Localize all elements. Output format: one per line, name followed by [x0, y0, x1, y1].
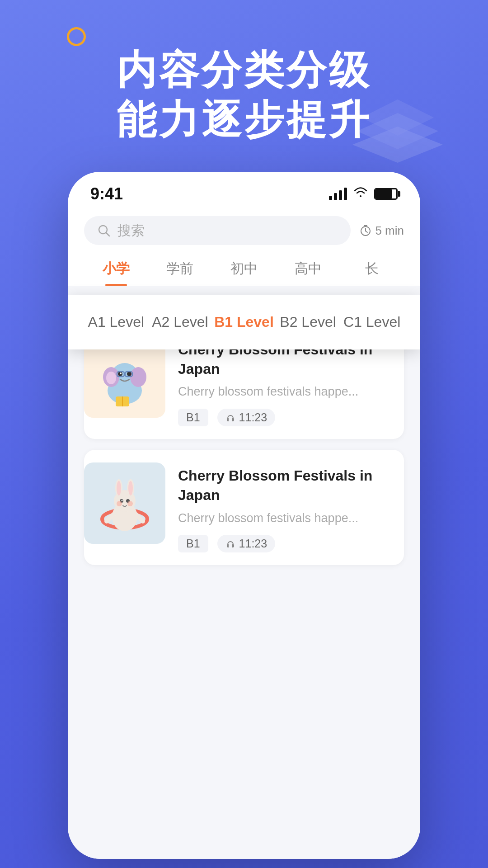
svg-point-10	[106, 372, 116, 384]
timer-badge: 5 min	[360, 224, 404, 238]
card-desc-1: Cherry blossom festivals happe...	[178, 383, 391, 401]
svg-line-4	[366, 231, 367, 232]
elephant-character	[91, 343, 159, 411]
page-background: 内容分类分级 能力逐步提升 9:41	[0, 0, 488, 868]
svg-line-31	[107, 514, 113, 521]
floating-level-bar: A1 Level A2 Level B1 Level B2 Level C1 L…	[68, 295, 420, 349]
orange-dot-decoration	[67, 27, 86, 46]
card-desc-2: Cherry blossom festivals happe...	[178, 510, 391, 527]
level-badge-1: B1	[178, 409, 208, 426]
cat-tab-more[interactable]: 长	[340, 252, 404, 286]
card-meta-1: B1 11:23	[178, 409, 391, 426]
phone-mockup: 9:41	[68, 172, 420, 859]
card-title-2: Cherry Blossom Festivals in Japan	[178, 466, 391, 505]
wifi-icon	[353, 187, 368, 201]
search-area: 搜索 5 min	[68, 209, 420, 249]
svg-line-1	[106, 233, 109, 236]
bunny-character	[91, 469, 159, 537]
cat-tab-high[interactable]: 高中	[276, 252, 340, 286]
floating-tab-a1[interactable]: A1 Level	[84, 308, 148, 336]
duration-badge-1: 11:23	[217, 409, 276, 426]
cat-tab-preschool[interactable]: 学前	[148, 252, 212, 286]
card-thumb-2	[84, 462, 165, 544]
svg-point-29	[117, 501, 122, 506]
floating-tab-c1[interactable]: C1 Level	[340, 308, 404, 336]
svg-point-24	[117, 481, 121, 495]
duration-badge-2: 11:23	[217, 535, 276, 552]
signal-icon	[329, 188, 347, 200]
headphone-icon-2	[225, 539, 235, 549]
svg-point-25	[128, 481, 133, 495]
timer-icon	[360, 225, 371, 236]
status-time: 9:41	[90, 184, 123, 203]
svg-point-30	[127, 501, 133, 506]
hero-heading: 内容分类分级 能力逐步提升	[117, 45, 371, 145]
headphone-icon-1	[225, 413, 235, 423]
search-bar[interactable]: 搜索	[84, 216, 351, 245]
hero-line2: 能力逐步提升	[117, 95, 371, 145]
content-card-2[interactable]: Cherry Blossom Festivals in Japan Cherry…	[84, 450, 404, 565]
svg-point-9	[130, 367, 146, 387]
card-body-2: Cherry Blossom Festivals in Japan Cherry…	[178, 462, 391, 552]
status-icons	[329, 187, 398, 201]
timer-label: 5 min	[375, 224, 404, 238]
svg-line-32	[136, 514, 143, 521]
status-bar: 9:41	[68, 172, 420, 209]
level-badge-2: B1	[178, 535, 208, 552]
category-tabs: 小学 学前 初中 高中 长	[68, 249, 420, 286]
floating-tab-b1[interactable]: B1 Level	[212, 308, 276, 336]
card-body-1: Cherry Blossom Festivals in Japan Cherry…	[178, 336, 391, 426]
search-placeholder: 搜索	[117, 222, 145, 240]
card-meta-2: B1 11:23	[178, 535, 391, 552]
content-area: Cherry Blossom Festivals in Japan Cherry…	[68, 313, 420, 859]
svg-point-28	[122, 500, 123, 501]
battery-icon	[374, 188, 398, 200]
search-icon	[97, 223, 111, 238]
hero-line1: 内容分类分级	[117, 45, 371, 95]
svg-point-12	[127, 372, 131, 376]
floating-tab-a2[interactable]: A2 Level	[148, 308, 212, 336]
floating-tab-b2[interactable]: B2 Level	[276, 308, 340, 336]
svg-point-13	[120, 373, 122, 374]
cat-tab-primary[interactable]: 小学	[84, 252, 148, 286]
cat-tab-middle[interactable]: 初中	[212, 252, 276, 286]
